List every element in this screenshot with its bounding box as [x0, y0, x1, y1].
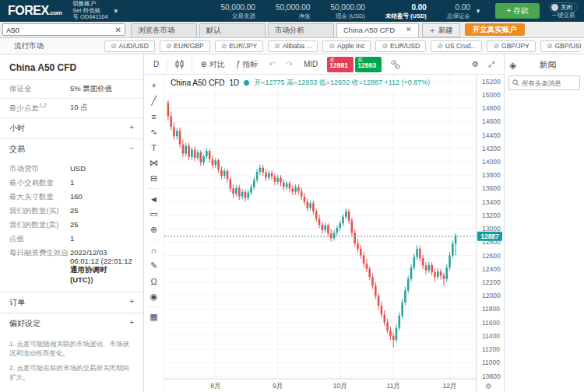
svg-text:15200: 15200 — [482, 78, 501, 86]
section-preferences[interactable]: 偏好设定 + — [0, 313, 143, 334]
redo-button[interactable]: ↷ — [282, 58, 297, 70]
search-input[interactable] — [6, 26, 115, 34]
row-label: 点值 — [9, 234, 70, 244]
chart-panel: D ⊕对比 ƒ指标 ↶ ↷ MID 卖12881 买12893 — [144, 54, 504, 392]
long-position-icon[interactable]: ⊟ — [146, 171, 162, 186]
header-stat: 50,000.00交易资源 — [220, 3, 255, 19]
crosshair-icon[interactable]: ＋ — [146, 78, 162, 93]
layers-icon[interactable]: ◈ — [509, 60, 516, 71]
stat-value: 0.00 — [447, 3, 470, 12]
balance-chevron-icon[interactable]: ▾ — [477, 7, 480, 15]
chip-label: EUR/USD — [390, 42, 420, 50]
header-stat: 0.00总保证金 — [447, 3, 470, 19]
watchlist-chip[interactable]: ⊘US Crud... — [431, 40, 482, 52]
clear-search-icon[interactable]: ✕ — [115, 26, 121, 34]
news-search[interactable] — [508, 75, 580, 90]
news-search-input[interactable] — [522, 79, 576, 87]
version-label: Ver: 2.9.2.f7e627d — [0, 387, 143, 392]
zoom-in-icon[interactable]: ⊕ — [146, 222, 162, 237]
undo-button[interactable]: ↶ — [264, 58, 280, 70]
trend-line-icon[interactable]: ╱ — [146, 93, 162, 108]
compare-button[interactable]: ⊕对比 — [195, 58, 229, 72]
buy-button[interactable]: 买12893 — [355, 57, 382, 72]
text-tool-icon[interactable]: T — [146, 140, 162, 155]
chart-style-button[interactable] — [171, 58, 188, 71]
svg-text:11800: 11800 — [482, 305, 500, 313]
collapse-icon: − — [129, 144, 134, 155]
svg-text:12400: 12400 — [482, 265, 501, 273]
magnet-icon[interactable]: ∩ — [146, 243, 162, 257]
svg-text:8月: 8月 — [210, 382, 220, 390]
close-tab-icon[interactable]: ✕ — [406, 26, 412, 33]
hide-drawings-icon[interactable]: ◉ — [146, 289, 162, 304]
trading-info-row: 最大头寸数量160 — [0, 190, 143, 204]
xabcd-pattern-icon[interactable]: ⋈ — [146, 156, 162, 170]
news-title: 新闻 — [516, 59, 579, 71]
watchlist-chip[interactable]: ⊘EUR/USD — [375, 40, 426, 52]
section-hours[interactable]: 小时 + — [0, 117, 143, 138]
chart-settings-gear-icon[interactable]: ⚙ — [467, 58, 484, 70]
watchlist-chip[interactable]: ⊘EUR/GBP — [160, 40, 210, 52]
watchlist-chip[interactable]: ⊘GBP/JPY — [487, 40, 535, 52]
link-icon[interactable] — [386, 58, 405, 71]
popular-markets-label: 流行市场 — [14, 41, 44, 51]
account-switcher[interactable]: 切换账户 Set 特色账 号 OD641104 — [72, 1, 107, 21]
stat-label: 总保证金 — [447, 12, 470, 19]
svg-text:12887: 12887 — [480, 233, 499, 240]
trading-info-row: 我们的数量(买)25 — [0, 204, 143, 218]
search-icon — [512, 79, 519, 86]
indicators-button[interactable]: ƒ指标 — [231, 58, 263, 72]
row-label: 我们的数量(卖) — [9, 220, 70, 230]
svg-text:11月: 11月 — [387, 382, 400, 390]
svg-text:13600: 13600 — [482, 184, 501, 192]
account-chevron-icon[interactable]: ▾ — [114, 7, 118, 15]
drawing-mode-icon[interactable]: ✎ — [146, 258, 162, 273]
tab-active-instrument[interactable]: China A50 CFD ✕ — [336, 23, 419, 37]
section-orders[interactable]: 订单 + — [0, 292, 143, 313]
stat-label: 未结盈亏 (USD) — [385, 12, 427, 19]
market-closed-icon: ⊘ — [493, 42, 499, 50]
chart-toolbar: D ⊕对比 ƒ指标 ↶ ↷ MID 卖12881 买12893 — [144, 54, 504, 75]
workspace-tab[interactable]: 默认 — [199, 23, 266, 37]
workspace-tab[interactable]: 市场分析 — [268, 23, 334, 37]
svg-text:11200: 11200 — [482, 345, 500, 353]
expand-icon: + — [129, 123, 134, 134]
remove-drawings-icon[interactable]: ▦ — [146, 310, 162, 324]
watchlist-chip[interactable]: ⊘AUD/USD — [104, 40, 155, 52]
brush-icon[interactable]: ∿ — [146, 124, 162, 139]
trading-info-rows: 市场货币USD最小交易数量1最大头寸数量160我们的数量(买)25我们的数量(卖… — [0, 159, 143, 292]
workspace-tab[interactable]: 浏览各市场 — [131, 23, 197, 37]
section-trading[interactable]: 交易 − — [0, 138, 143, 159]
lock-drawings-icon[interactable]: Ω — [146, 274, 162, 289]
interval-button[interactable]: D — [149, 58, 164, 70]
svg-text:14800: 14800 — [482, 104, 501, 112]
stat-label: 现金 (USD) — [330, 12, 365, 19]
measure-icon[interactable]: ▭ — [146, 207, 162, 222]
spread-row: 最少点差1,2 10 点 — [0, 98, 143, 117]
one-click-toggle[interactable]: 关闭 — [549, 2, 578, 12]
deposit-button[interactable]: + 存款 — [495, 3, 540, 19]
toolbar-divider — [147, 240, 161, 240]
candlestick-chart[interactable]: 1520015000148001460014400142001400013800… — [164, 75, 503, 392]
instrument-search[interactable]: ✕ — [2, 23, 125, 36]
row-value: 1 — [70, 234, 134, 244]
trading-info-row: 最小交易数量1 — [0, 176, 143, 190]
fib-retracement-icon[interactable]: ≡ — [146, 109, 162, 124]
toggle-knob-icon — [551, 4, 558, 11]
watchlist-chip[interactable]: ⊘EUR/JPY — [215, 40, 263, 52]
sell-button[interactable]: 卖12881 — [327, 57, 354, 72]
cursor-arrow-icon[interactable]: ◄ — [146, 191, 162, 206]
watchlist-chip[interactable]: ⊘Apple Inc — [322, 40, 371, 52]
open-live-account-button[interactable]: 开立真实账户 — [465, 23, 525, 36]
chart-area: ＋╱≡∿T⋈⊟◄▭⊕∩✎Ω◉▦ China A50 CFD 1D 开=12775… — [144, 75, 504, 392]
svg-text:14200: 14200 — [482, 145, 501, 152]
stat-value: 50,000.00 — [276, 3, 311, 12]
fullscreen-icon[interactable]: ⤢ — [484, 58, 499, 71]
row-label: 每日融资费生效自 — [9, 248, 70, 285]
instrument-title: China A50 CFD — [0, 54, 143, 79]
new-tab-button[interactable]: ＋ 新建 — [422, 23, 460, 37]
mid-price-toggle[interactable]: MID — [299, 58, 322, 70]
watchlist-chip[interactable]: ⊘GBP/USD — [540, 40, 581, 52]
watchlist-chip[interactable]: ⊘Alibaba ... — [268, 40, 318, 52]
legend-interval[interactable]: 1D — [229, 79, 239, 87]
